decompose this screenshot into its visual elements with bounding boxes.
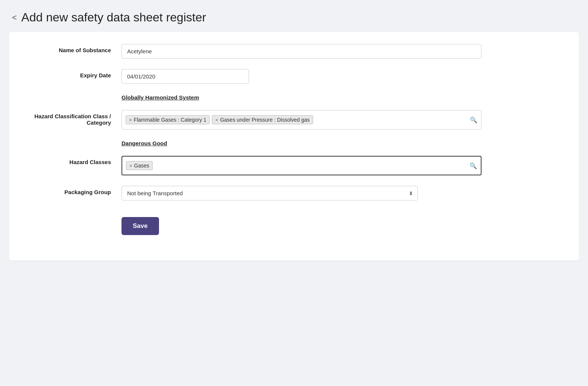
hazard-classification-control: × Flammable Gases : Category 1 × Gases u…	[122, 110, 482, 130]
packaging-group-wrapper: Not being Transported Packing Group I Pa…	[122, 186, 418, 201]
hazard-tag-2: × Gases under Pressure : Dissolved gas	[212, 115, 313, 124]
name-of-substance-input[interactable]	[122, 44, 482, 59]
dangerous-good-control: Dangerous Good	[122, 140, 482, 147]
hazard-tag-2-label: Gases under Pressure : Dissolved gas	[220, 117, 310, 123]
packaging-group-select[interactable]: Not being Transported Packing Group I Pa…	[122, 186, 418, 201]
save-spacer	[24, 211, 122, 214]
dangerous-good-row: Dangerous Good	[24, 140, 564, 147]
packaging-group-row: Packaging Group Not being Transported Pa…	[24, 186, 564, 201]
hazard-classes-tag-1-remove[interactable]: ×	[129, 163, 132, 168]
name-of-substance-row: Name of Substance	[24, 44, 564, 59]
hazard-tag-1-remove[interactable]: ×	[129, 118, 132, 122]
expiry-date-control	[122, 69, 482, 84]
hazard-classification-label: Hazard Classification Class / Category	[24, 110, 122, 126]
hazard-classes-input[interactable]	[155, 163, 477, 169]
name-of-substance-label: Name of Substance	[24, 44, 122, 53]
globally-harmonized-heading[interactable]: Globally Harmonized System	[122, 94, 199, 101]
dangerous-good-heading[interactable]: Dangerous Good	[122, 140, 167, 146]
hazard-classification-tag-box[interactable]: × Flammable Gases : Category 1 × Gases u…	[122, 110, 482, 130]
hazard-tag-2-remove[interactable]: ×	[215, 118, 218, 122]
name-of-substance-control	[122, 44, 482, 59]
hazard-classes-row: Hazard Classes × Gases 🔍	[24, 156, 564, 175]
hazard-tag-1: × Flammable Gases : Category 1	[126, 115, 210, 124]
packaging-group-control: Not being Transported Packing Group I Pa…	[122, 186, 482, 201]
hazard-classification-row: Hazard Classification Class / Category ×…	[24, 110, 564, 130]
globally-harmonized-control: Globally Harmonized System	[122, 94, 482, 101]
page-header: < Add new safety data sheet register	[0, 0, 588, 32]
form-card: Name of Substance Expiry Date Globally H…	[9, 32, 579, 261]
hazard-classification-search-icon: 🔍	[470, 116, 477, 124]
expiry-date-input[interactable]	[122, 69, 249, 84]
hazard-classes-search-icon: 🔍	[470, 162, 477, 169]
hazard-classes-tag-box[interactable]: × Gases 🔍	[122, 156, 482, 175]
expiry-date-label: Expiry Date	[24, 69, 122, 78]
hazard-classes-label: Hazard Classes	[24, 156, 122, 165]
save-button[interactable]: Save	[122, 217, 159, 235]
globally-harmonized-row: Globally Harmonized System	[24, 94, 564, 101]
expiry-date-row: Expiry Date	[24, 69, 564, 84]
hazard-classes-control: × Gases 🔍	[122, 156, 482, 175]
hazard-classes-tag-1-label: Gases	[134, 163, 149, 169]
page-title: Add new safety data sheet register	[21, 11, 206, 24]
save-control: Save	[122, 211, 482, 235]
save-row: Save	[24, 211, 564, 235]
hazard-tag-1-label: Flammable Gases : Category 1	[134, 117, 207, 123]
packaging-group-label: Packaging Group	[24, 186, 122, 195]
hazard-classes-tag-1: × Gases	[126, 161, 153, 170]
back-button[interactable]: <	[12, 13, 17, 23]
